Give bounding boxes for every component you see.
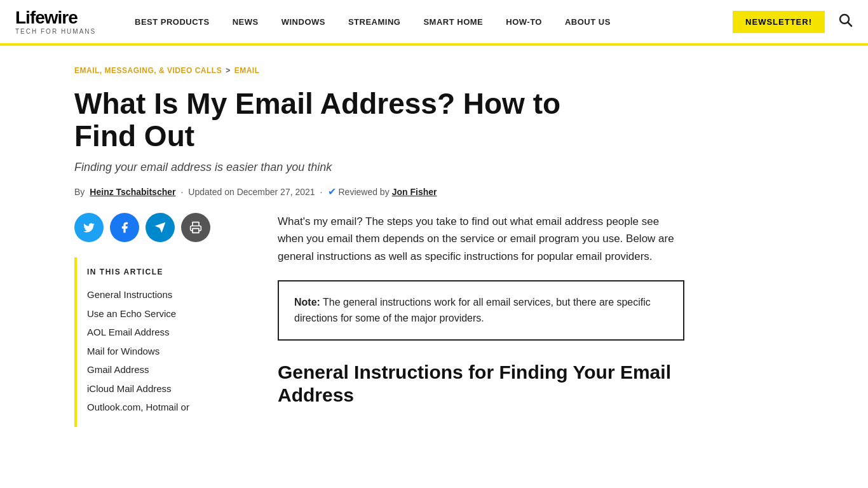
nav-item-windows[interactable]: WINDOWS <box>270 17 337 27</box>
dot-separator2: · <box>320 187 323 197</box>
toc-item[interactable]: Gmail Address <box>87 360 252 379</box>
toc-title: IN THIS ARTICLE <box>87 268 252 276</box>
toc-item[interactable]: General Instructions <box>87 285 252 304</box>
newsletter-button[interactable]: NEWSLETTER! <box>733 11 825 33</box>
logo-tagline: TECH FOR HUMANS <box>15 28 98 35</box>
breadcrumb-current[interactable]: EMAIL <box>234 66 260 75</box>
search-icon[interactable] <box>837 12 853 31</box>
reviewer-link[interactable]: Jon Fisher <box>392 187 437 197</box>
author-link[interactable]: Heinz Tschabitscher <box>90 187 175 197</box>
section-heading: General Instructions for Finding Your Em… <box>278 361 684 407</box>
print-button[interactable] <box>181 213 210 242</box>
social-share-row <box>74 213 252 242</box>
toc-item[interactable]: Mail for Windows <box>87 342 252 361</box>
article-subtitle: Finding your email address is easier tha… <box>74 161 456 174</box>
twitter-share-button[interactable] <box>74 213 104 242</box>
right-column: What's my email? The steps you take to f… <box>278 213 684 427</box>
main-nav: BEST PRODUCTSNEWSWINDOWSSTREAMINGSMART H… <box>123 17 720 27</box>
article-intro: What's my email? The steps you take to f… <box>278 213 684 265</box>
nav-item-how-to[interactable]: HOW-TO <box>494 17 553 27</box>
updated-date: Updated on December 27, 2021 <box>188 187 315 197</box>
breadcrumb-parent-link[interactable]: EMAIL, MESSAGING, & VIDEO CALLS <box>74 66 222 75</box>
content-layout: IN THIS ARTICLE General InstructionsUse … <box>74 213 794 427</box>
toc-item[interactable]: Outlook.com, Hotmail or <box>87 398 252 417</box>
left-column: IN THIS ARTICLE General InstructionsUse … <box>74 213 252 427</box>
toc-item[interactable]: Use an Echo Service <box>87 304 252 323</box>
nav-item-about-us[interactable]: ABOUT US <box>553 17 622 27</box>
nav-item-best-products[interactable]: BEST PRODUCTS <box>123 17 221 27</box>
article-meta: By Heinz Tschabitscher · Updated on Dece… <box>74 186 794 198</box>
logo-area[interactable]: Lifewire TECH FOR HUMANS <box>15 9 98 35</box>
toc-item[interactable]: iCloud Mail Address <box>87 379 252 398</box>
nav-item-streaming[interactable]: STREAMING <box>337 17 412 27</box>
telegram-share-button[interactable] <box>146 213 175 242</box>
note-text: The general instructions work for all em… <box>294 297 651 324</box>
nav-item-news[interactable]: NEWS <box>221 17 270 27</box>
reviewed-label: Reviewed by <box>339 187 390 197</box>
site-header: Lifewire TECH FOR HUMANS BEST PRODUCTSNE… <box>0 0 868 46</box>
toc-item[interactable]: AOL Email Address <box>87 323 252 342</box>
nav-item-smart-home[interactable]: SMART HOME <box>412 17 494 27</box>
article-title: What Is My Email Address? How to Find Ou… <box>74 88 570 152</box>
breadcrumb-separator: > <box>226 66 231 75</box>
svg-rect-2 <box>193 229 199 233</box>
checkmark-icon: ✔ <box>328 186 336 198</box>
svg-line-1 <box>848 23 852 27</box>
note-box: Note: The general instructions work for … <box>278 280 684 341</box>
toc-list: General InstructionsUse an Echo ServiceA… <box>87 285 252 417</box>
dot-separator: · <box>180 187 183 197</box>
note-label: Note: <box>294 297 320 308</box>
facebook-share-button[interactable] <box>110 213 139 242</box>
review-badge: ✔ Reviewed by Jon Fisher <box>328 186 437 198</box>
table-of-contents: IN THIS ARTICLE General InstructionsUse … <box>74 257 252 427</box>
breadcrumb: EMAIL, MESSAGING, & VIDEO CALLS > EMAIL <box>74 66 794 75</box>
logo-text[interactable]: Lifewire <box>15 9 98 27</box>
by-label: By <box>74 187 85 197</box>
